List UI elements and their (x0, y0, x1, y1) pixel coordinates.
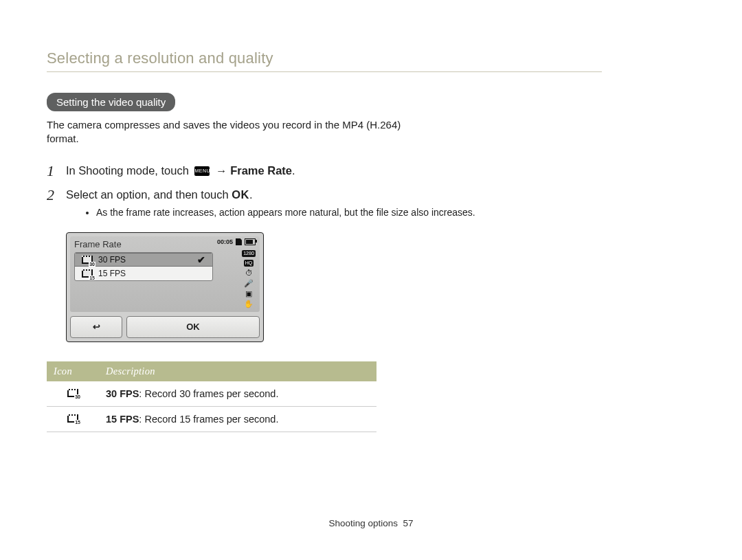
steps-list: In Shooting mode, touch MENU → Frame Rat… (47, 163, 602, 220)
ok-button[interactable]: OK (126, 316, 260, 338)
intro-text: The camera compresses and saves the vide… (47, 118, 404, 146)
framerate-options: 30 30 FPS ✔ 15 15 FPS (74, 252, 213, 281)
option-30fps-label: 30 FPS (98, 255, 126, 265)
camera-status-bar: 00:05 (217, 238, 256, 245)
step1-suffix: . (292, 164, 295, 177)
table-icon-cell: 15 (47, 406, 99, 432)
table-row: 15 15 FPS: Record 15 frames per second. (47, 406, 376, 432)
description-table: Icon Description 30 30 FPS: Record 30 fr… (47, 361, 376, 432)
camera-screen-top: Frame Rate 00:05 1280 HQ ⏱ 🎤 ▣ ✋ 30 (70, 236, 260, 312)
svg-rect-15 (70, 389, 71, 390)
th-icon: Icon (47, 361, 99, 381)
svg-rect-11 (90, 269, 91, 271)
page-footer: Shooting options 57 (0, 518, 742, 528)
ois-icon: ✋ (244, 300, 254, 308)
svg-rect-23 (76, 414, 77, 416)
film-icon: 15 (67, 414, 78, 422)
sd-card-icon (236, 238, 242, 245)
step1-prefix: In Shooting mode, touch (66, 164, 192, 177)
svg-rect-10 (87, 269, 89, 271)
svg-rect-5 (90, 256, 91, 257)
record-time: 00:05 (217, 238, 233, 245)
svg-rect-3 (85, 256, 86, 257)
camera-screen: Frame Rate 00:05 1280 HQ ⏱ 🎤 ▣ ✋ 30 (66, 232, 264, 342)
svg-rect-17 (76, 389, 77, 390)
description-table-body: 30 30 FPS: Record 30 frames per second. … (47, 381, 376, 432)
desc-rest: : Record 30 frames per second. (139, 388, 278, 399)
film-sub-15: 15 (89, 276, 95, 280)
film-sub: 30 (74, 394, 81, 399)
ok-icon: OK (232, 188, 249, 201)
desc-rest: : Record 15 frames per second. (139, 414, 278, 425)
quality-badge: HQ (244, 260, 254, 267)
option-30fps[interactable]: 30 30 FPS ✔ (75, 253, 212, 267)
step1-arrow: → (216, 164, 230, 177)
framerate-icon: ⏱ (245, 269, 253, 277)
step2-notes: As the frame rate increases, action appe… (66, 206, 481, 220)
th-description: Description (99, 361, 376, 381)
table-row: 30 30 FPS: Record 30 frames per second. (47, 381, 376, 407)
svg-rect-22 (73, 414, 74, 416)
metering-icon: ▣ (245, 290, 252, 298)
table-desc-cell: 15 FPS: Record 15 frames per second. (99, 406, 376, 432)
step-2: Select an option, and then touch OK. As … (47, 187, 602, 220)
camera-screen-bottom: ↩ OK (70, 316, 260, 338)
svg-rect-21 (70, 414, 71, 416)
camera-side-icons: 1280 HQ ⏱ 🎤 ▣ ✋ (242, 250, 256, 308)
film-sub: 15 (74, 420, 81, 425)
table-icon-cell: 30 (47, 381, 99, 407)
svg-rect-14 (67, 389, 69, 390)
table-desc-cell: 30 FPS: Record 30 frames per second. (99, 381, 376, 407)
section-underline (47, 71, 602, 72)
option-15fps-label: 15 FPS (98, 269, 126, 278)
svg-rect-16 (73, 389, 74, 390)
footer-page: 57 (403, 518, 414, 528)
film-sub-30: 30 (89, 262, 95, 267)
film-icon: 30 (67, 388, 78, 396)
svg-rect-8 (82, 269, 83, 271)
step-1: In Shooting mode, touch MENU → Frame Rat… (47, 163, 602, 179)
mic-icon: 🎤 (244, 280, 254, 287)
svg-rect-9 (85, 269, 86, 271)
resolution-badge: 1280 (242, 250, 256, 257)
desc-bold: 15 FPS (106, 414, 139, 425)
menu-icon: MENU (194, 166, 210, 176)
svg-rect-2 (82, 256, 83, 257)
film-icon-15: 15 (82, 269, 93, 278)
battery-icon (245, 238, 256, 245)
desc-bold: 30 FPS (106, 388, 139, 399)
page: Selecting a resolution and quality Setti… (0, 0, 649, 432)
film-icon-30: 30 (82, 256, 93, 264)
check-icon: ✔ (197, 254, 205, 265)
section-title: Selecting a resolution and quality (47, 49, 602, 67)
step2-suffix: . (249, 188, 253, 201)
svg-rect-20 (67, 414, 69, 416)
back-button[interactable]: ↩ (70, 316, 122, 338)
subsection-pill: Setting the video quality (47, 93, 175, 111)
footer-text: Shooting options (328, 518, 398, 528)
step2-prefix: Select an option, and then touch (66, 188, 232, 201)
step2-note: As the frame rate increases, action appe… (96, 206, 481, 220)
svg-rect-4 (87, 256, 89, 257)
option-15fps[interactable]: 15 15 FPS (75, 267, 212, 280)
step1-bold: Frame Rate (230, 164, 292, 177)
